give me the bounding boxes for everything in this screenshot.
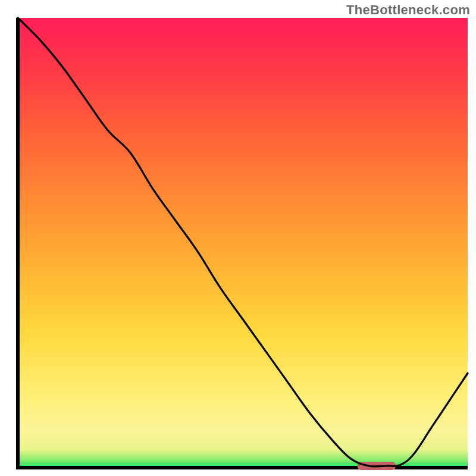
attribution-label: TheBottleneck.com — [346, 2, 470, 18]
bottleneck-chart — [0, 0, 476, 476]
plot-background — [18, 18, 468, 468]
chart-frame: { "attribution": "TheBottleneck.com", "c… — [0, 0, 476, 476]
